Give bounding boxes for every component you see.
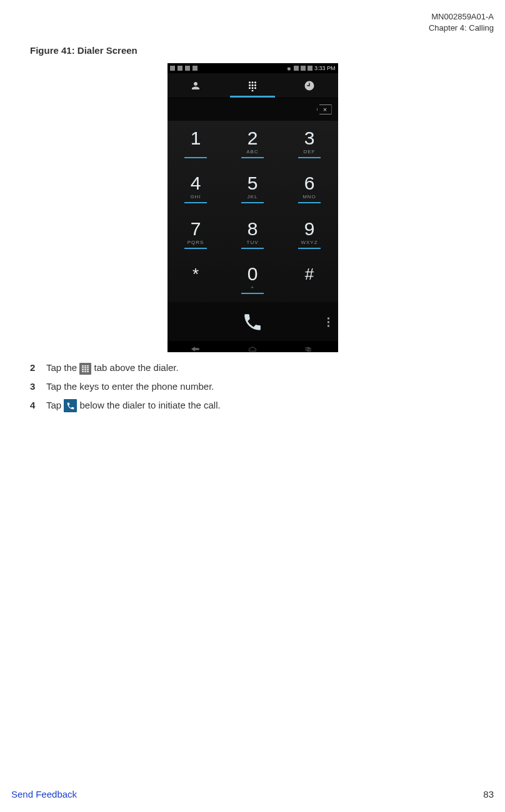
step-2: 2 Tap the tab above the dialer. — [30, 361, 475, 375]
wifi-icon — [301, 66, 306, 71]
recents-softkey[interactable] — [304, 343, 314, 350]
figure-caption: Figure 41: Dialer Screen — [30, 45, 475, 56]
status-bar: 3:33 PM — [168, 63, 338, 73]
figure-image: 3:33 PM 1 2ABC — [30, 63, 475, 352]
dialer-screenshot: 3:33 PM 1 2ABC — [168, 63, 338, 352]
page-header: MN002859A01-A Chapter 4: Calling — [429, 11, 494, 33]
dialpad-icon — [79, 363, 91, 375]
svg-point-9 — [252, 89, 254, 91]
overflow-menu[interactable] — [328, 318, 329, 327]
number-entry — [168, 98, 338, 121]
call-button[interactable] — [235, 305, 270, 340]
step-text: Tap the keys to enter the phone number. — [46, 380, 214, 393]
step-4: 4 Tap below the dialer to initiate the c… — [30, 398, 475, 413]
step-number: 3 — [30, 380, 39, 393]
step-number: 2 — [30, 361, 39, 375]
tab-recents[interactable] — [281, 73, 338, 98]
svg-point-5 — [254, 84, 256, 86]
home-softkey[interactable] — [248, 343, 258, 350]
phone-icon — [242, 312, 263, 333]
send-feedback-link[interactable]: Send Feedback — [11, 789, 77, 799]
key-5[interactable]: 5JKL — [224, 166, 281, 212]
status-time: 3:33 PM — [314, 65, 336, 71]
instruction-steps: 2 Tap the tab above the dialer. 3 Tap th… — [30, 361, 475, 412]
tab-contacts[interactable] — [168, 73, 224, 98]
nav-bar — [168, 341, 338, 352]
step-3: 3 Tap the keys to enter the phone number… — [30, 380, 475, 393]
key-6[interactable]: 6MNO — [281, 166, 338, 212]
step-text: Tap below the dialer to initiate the cal… — [46, 398, 221, 413]
backspace-button[interactable] — [317, 104, 332, 114]
dialer-tabs — [168, 73, 338, 98]
key-2[interactable]: 2ABC — [224, 121, 281, 166]
key-hash[interactable]: # — [281, 257, 338, 303]
key-1[interactable]: 1 — [168, 121, 224, 166]
bluetooth-icon — [287, 66, 292, 71]
call-row — [168, 302, 338, 342]
svg-point-1 — [252, 81, 254, 83]
key-3[interactable]: 3DEF — [281, 121, 338, 166]
status-icon — [192, 66, 198, 71]
page-number: 83 — [483, 789, 494, 799]
key-4[interactable]: 4GHI — [168, 166, 224, 212]
clock-icon — [304, 80, 315, 91]
svg-point-8 — [254, 87, 256, 89]
svg-point-6 — [249, 87, 251, 89]
key-7[interactable]: 7PQRS — [168, 211, 224, 257]
svg-point-2 — [254, 81, 256, 83]
key-8[interactable]: 8TUV — [224, 211, 281, 257]
svg-point-3 — [249, 84, 251, 86]
keypad: 1 2ABC 3DEF 4GHI 5JKL 6MNO 7PQRS 8TUV 9W… — [168, 121, 338, 302]
battery-icon — [308, 66, 312, 71]
phone-icon — [64, 399, 77, 412]
status-icon — [185, 66, 190, 71]
tab-dialpad[interactable] — [224, 73, 281, 98]
doc-id: MN002859A01-A — [429, 11, 494, 23]
person-icon — [190, 80, 201, 91]
step-text: Tap the tab above the dialer. — [46, 361, 179, 375]
dialpad-icon — [247, 80, 258, 91]
signal-icon — [294, 66, 299, 71]
svg-point-7 — [252, 87, 254, 89]
status-icon — [170, 66, 175, 71]
back-softkey[interactable] — [191, 343, 201, 350]
step-number: 4 — [30, 398, 39, 412]
chapter-title: Chapter 4: Calling — [429, 23, 494, 34]
key-0[interactable]: 0+ — [224, 257, 281, 303]
key-star[interactable]: * — [168, 257, 224, 303]
svg-point-0 — [249, 81, 251, 83]
svg-point-4 — [252, 84, 254, 86]
status-icon — [178, 66, 182, 71]
key-9[interactable]: 9WXYZ — [281, 211, 338, 257]
